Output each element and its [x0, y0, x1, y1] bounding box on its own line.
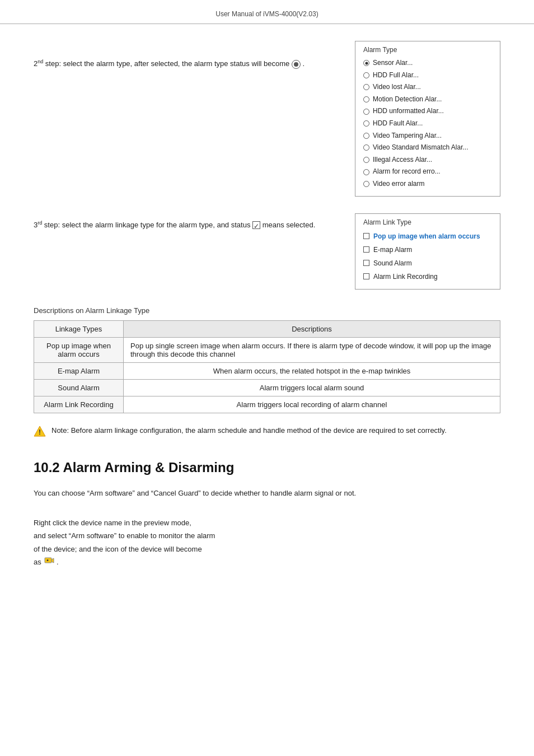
radio-circle-icon-8	[363, 157, 369, 163]
checkbox-sq-icon-1	[363, 246, 369, 253]
section-10-2-body: You can choose “Arm software” and “Cance…	[34, 487, 500, 500]
radio-circle-icon-5	[363, 120, 369, 127]
radio-circle-icon-4	[363, 109, 369, 115]
svg-marker-3	[51, 558, 54, 563]
alarm-type-label-6: Video Tampering Alar...	[373, 130, 442, 142]
alarm-type-item-3: Motion Detection Alar...	[363, 94, 492, 106]
table-cell-linkage-0: Pop up image when alarm occurs	[34, 337, 124, 362]
warning-triangle-icon: !	[34, 425, 46, 437]
note-text: Note: Before alarm linkage configuration…	[51, 424, 447, 437]
alarm-link-item-1: E-map Alarm	[363, 243, 492, 256]
alarm-link-item-2: Sound Alarm	[363, 256, 492, 270]
step3-means: means selected.	[263, 221, 316, 229]
radio-circle-icon-7	[363, 144, 369, 151]
step2-sup: nd	[38, 59, 43, 64]
alarm-type-label-2: Video lost Alar...	[373, 81, 421, 94]
alarm-type-label-5: HDD Fault Alar...	[373, 118, 423, 130]
right-click-line3: of the device; and the icon of the devic…	[34, 543, 500, 556]
alarm-type-item-10: Video error alarm	[363, 178, 492, 190]
note-body: Note: Before alarm linkage configuration…	[51, 426, 447, 435]
alarm-link-label-3: Alarm Link Recording	[373, 270, 438, 283]
alarm-type-label-10: Video error alarm	[373, 178, 424, 190]
alarm-link-box-title: Alarm Link Type	[363, 218, 492, 226]
table-row-2: Sound Alarm Alarm triggers local alarm s…	[34, 379, 500, 396]
page-content: 2nd step: select the alarm type, after s…	[0, 35, 534, 592]
alarm-type-box-title: Alarm Type	[363, 46, 492, 54]
right-click-line4: as .	[34, 556, 500, 570]
step3-desc: step: select the alarm linkage type for …	[42, 221, 252, 229]
alarm-link-label-1: E-map Alarm	[373, 243, 412, 256]
alarm-type-item-9: Alarm for record erro...	[363, 166, 492, 178]
descriptions-table: Linkage Types Descriptions Pop up image …	[34, 320, 500, 413]
alarm-type-item-7: Video Standard Mismatch Alar...	[363, 142, 492, 154]
alarm-type-item-2: Video lost Alar...	[363, 81, 492, 94]
alarm-type-label-1: HDD Full Alar...	[373, 69, 419, 82]
radio-circle-icon-3	[363, 96, 369, 102]
page-title: User Manual of iVMS-4000(V2.03)	[216, 10, 318, 18]
checkbox-checked-icon	[252, 221, 260, 229]
alarm-type-item-0: Sensor Alar...	[363, 57, 492, 69]
svg-text:!: !	[39, 428, 41, 436]
table-cell-desc-1: When alarm occurs, the related hotspot i…	[124, 362, 500, 379]
step3-text: 3rd step: select the alarm linkage type …	[34, 213, 332, 231]
radio-filled-icon	[363, 60, 369, 66]
alarm-type-label-8: Illegal Access Alar...	[373, 154, 432, 166]
page-header: User Manual of iVMS-4000(V2.03)	[0, 0, 534, 24]
right-click-period: .	[57, 558, 59, 566]
right-click-text: Right click the device name in the previ…	[34, 516, 500, 570]
checkbox-sq-icon-0	[363, 233, 369, 239]
alarm-type-label-3: Motion Detection Alar...	[373, 94, 442, 106]
radio-circle-icon-2	[363, 84, 369, 90]
svg-point-4	[47, 559, 49, 561]
arm-device-icon	[44, 556, 54, 570]
alarm-type-label-7: Video Standard Mismatch Alar...	[373, 142, 469, 154]
table-row-0: Pop up image when alarm occurs Pop up si…	[34, 337, 500, 362]
checkbox-sq-icon-3	[363, 273, 369, 279]
alarm-type-item-6: Video Tampering Alar...	[363, 130, 492, 142]
alarm-type-item-1: HDD Full Alar...	[363, 69, 492, 82]
table-header-linkage: Linkage Types	[34, 320, 124, 337]
right-click-as-text: as	[34, 558, 41, 566]
selected-radio-icon	[292, 60, 301, 69]
table-row-3: Alarm Link Recording Alarm triggers loca…	[34, 396, 500, 413]
checkbox-sq-icon-2	[363, 260, 369, 266]
table-cell-desc-2: Alarm triggers local alarm sound	[124, 379, 500, 396]
table-header-desc: Descriptions	[124, 320, 500, 337]
note-section: ! Note: Before alarm linkage configurati…	[34, 424, 500, 437]
alarm-link-item-3: Alarm Link Recording	[363, 270, 492, 283]
alarm-type-label-9: Alarm for record erro...	[373, 166, 441, 178]
step2-section: 2nd step: select the alarm type, after s…	[34, 41, 500, 197]
alarm-type-item-5: HDD Fault Alar...	[363, 118, 492, 130]
alarm-type-item-8: Illegal Access Alar...	[363, 154, 492, 166]
alarm-type-label-0: Sensor Alar...	[373, 57, 413, 69]
table-row-1: E-map Alarm When alarm occurs, the relat…	[34, 362, 500, 379]
alarm-type-item-4: HDD unformatted Alar...	[363, 105, 492, 118]
step2-desc: step: select the alarm type, after selec…	[43, 59, 289, 68]
right-click-section: Right click the device name in the previ…	[34, 516, 500, 570]
radio-circle-icon-10	[363, 181, 369, 187]
table-cell-linkage-2: Sound Alarm	[34, 379, 124, 396]
alarm-link-label-2: Sound Alarm	[373, 256, 412, 270]
step3-section: 3rd step: select the alarm linkage type …	[34, 213, 500, 290]
right-click-line1: Right click the device name in the previ…	[34, 516, 500, 529]
step2-period: .	[303, 59, 305, 68]
alarm-link-item-0: Pop up image when alarm occurs	[363, 230, 492, 243]
alarm-link-label-0: Pop up image when alarm occurs	[373, 230, 480, 243]
table-cell-desc-0: Pop up single screen image when alarm oc…	[124, 337, 500, 362]
radio-circle-icon-9	[363, 169, 369, 175]
radio-circle-icon-6	[363, 133, 369, 139]
table-cell-linkage-1: E-map Alarm	[34, 362, 124, 379]
step2-text: 2nd step: select the alarm type, after s…	[34, 41, 332, 70]
alarm-type-label-4: HDD unformatted Alar...	[373, 105, 444, 118]
right-click-line2: and select “Arm software” to enable to m…	[34, 529, 500, 542]
table-cell-linkage-3: Alarm Link Recording	[34, 396, 124, 413]
table-cell-desc-3: Alarm triggers local recording of alarm …	[124, 396, 500, 413]
section-10-2-heading: 10.2 Alarm Arming & Disarming	[34, 460, 500, 475]
alarm-type-box: Alarm Type Sensor Alar... HDD Full Alar.…	[355, 41, 500, 197]
descriptions-label: Descriptions on Alarm Linkage Type	[34, 306, 500, 315]
radio-circle-icon-1	[363, 72, 369, 78]
alarm-link-type-box: Alarm Link Type Pop up image when alarm …	[355, 213, 500, 290]
